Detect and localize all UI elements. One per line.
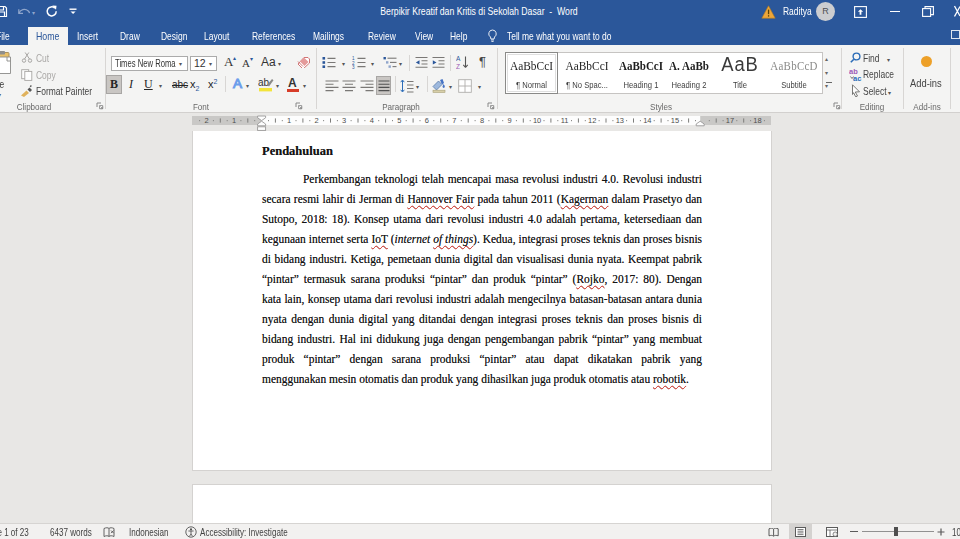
svg-text:11: 11 (561, 116, 569, 125)
svg-text:ab: ab (258, 77, 270, 88)
svg-text:1: 1 (287, 116, 291, 125)
svg-text:4: 4 (370, 116, 374, 125)
svg-text:13: 13 (616, 116, 624, 125)
svg-text:3: 3 (342, 116, 346, 125)
svg-text:2: 2 (204, 116, 208, 125)
svg-text:7: 7 (452, 116, 456, 125)
svg-text:15: 15 (671, 116, 679, 125)
svg-text:3: 3 (352, 65, 355, 69)
svg-text:9: 9 (508, 116, 512, 125)
svg-text:5: 5 (397, 116, 401, 125)
svg-text:8: 8 (480, 116, 484, 125)
svg-text:17: 17 (726, 116, 734, 125)
svg-text:12: 12 (588, 116, 596, 125)
svg-text:2: 2 (315, 116, 319, 125)
svg-text:ac: ac (853, 74, 861, 82)
svg-text:Z: Z (456, 63, 460, 70)
svg-text:18: 18 (753, 116, 761, 125)
svg-text:6: 6 (425, 116, 429, 125)
svg-text:1: 1 (232, 116, 236, 125)
svg-text:A: A (456, 55, 461, 62)
svg-text:10: 10 (533, 116, 541, 125)
svg-text:14: 14 (643, 116, 651, 125)
